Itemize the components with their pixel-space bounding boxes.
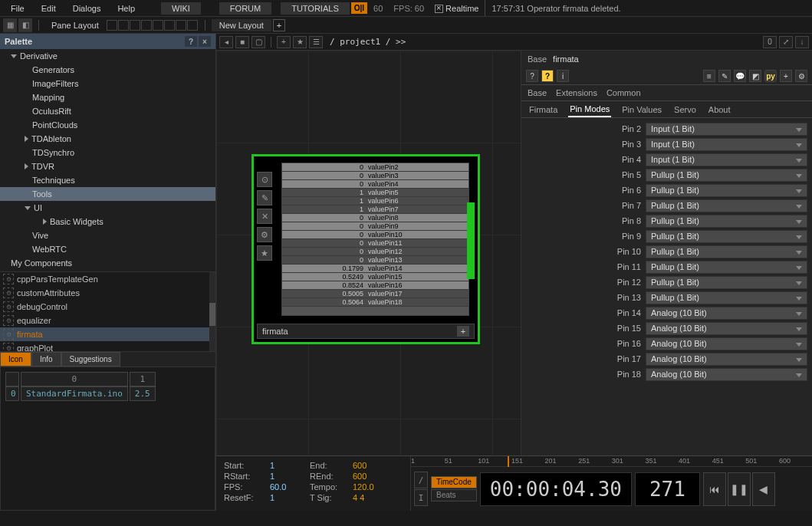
plus-icon[interactable]: + bbox=[780, 70, 792, 82]
forum-link[interactable]: FORUM bbox=[219, 2, 271, 15]
mode-timecode[interactable]: TimeCode bbox=[431, 476, 477, 488]
component-item[interactable]: ⚙cppParsTemplateGen bbox=[0, 272, 215, 286]
flag-independent[interactable]: I bbox=[414, 489, 428, 506]
node-tool-icon[interactable]: ✕ bbox=[257, 209, 272, 224]
tree-item[interactable]: TDVR bbox=[0, 159, 215, 173]
nav-back-button[interactable]: ◂ bbox=[219, 36, 233, 48]
op-name[interactable]: firmata bbox=[553, 54, 579, 64]
expand-icon[interactable]: ⤢ bbox=[779, 36, 793, 48]
timecode-display[interactable]: 00:00:04.30 bbox=[480, 472, 632, 506]
tree-item[interactable]: My Components bbox=[0, 256, 215, 270]
playhead-icon[interactable] bbox=[508, 456, 509, 467]
param-select[interactable]: Pullup (1 Bit) bbox=[646, 230, 807, 243]
param-select[interactable]: Pullup (1 Bit) bbox=[646, 169, 807, 182]
edit-icon[interactable]: ✎ bbox=[718, 70, 731, 82]
zero-button[interactable]: 0 bbox=[763, 36, 777, 48]
tab-servo[interactable]: Servo bbox=[672, 103, 698, 117]
tab-suggestions[interactable]: Suggestions bbox=[61, 352, 120, 367]
tab-info[interactable]: Info bbox=[31, 352, 61, 367]
menu-file[interactable]: File bbox=[3, 2, 32, 15]
tab-extensions[interactable]: Extensions bbox=[556, 85, 597, 100]
param-select[interactable]: Input (1 Bit) bbox=[646, 153, 807, 166]
menu-help[interactable]: Help bbox=[110, 2, 143, 15]
stop-button[interactable]: ■ bbox=[235, 36, 249, 48]
scrollbar[interactable] bbox=[209, 272, 215, 351]
tag-icon[interactable]: ◩ bbox=[749, 70, 761, 82]
timeline-ruler[interactable]: 151101151201251301351401451501600 bbox=[411, 456, 812, 467]
component-list[interactable]: ⚙cppParsTemplateGen⚙customAttributes⚙deb… bbox=[0, 271, 215, 351]
tree-item[interactable]: OculusRift bbox=[0, 104, 215, 118]
param-select[interactable]: Pullup (1 Bit) bbox=[646, 199, 807, 212]
param-select[interactable]: Pullup (1 Bit) bbox=[646, 261, 807, 274]
tree-item[interactable]: Generators bbox=[0, 63, 215, 77]
param-select[interactable]: Analog (10 Bit) bbox=[646, 368, 807, 381]
info-icon[interactable]: i bbox=[557, 70, 569, 82]
help-highlight-icon[interactable]: ? bbox=[541, 70, 554, 82]
tree-item[interactable]: Mapping bbox=[0, 90, 215, 104]
gear-icon[interactable]: ⚙ bbox=[795, 70, 807, 82]
tab-common[interactable]: Common bbox=[607, 85, 641, 100]
new-layout-button[interactable]: New Layout bbox=[212, 19, 271, 31]
tree-item[interactable]: Derivative bbox=[0, 49, 215, 63]
param-select[interactable]: Input (1 Bit) bbox=[646, 123, 807, 136]
wiki-link[interactable]: WIKI bbox=[161, 2, 201, 15]
menu-dialogs[interactable]: Dialogs bbox=[65, 2, 109, 15]
palette-close-button[interactable]: × bbox=[199, 36, 211, 47]
component-item[interactable]: ⚙graphPlot bbox=[0, 341, 215, 351]
prev-button[interactable]: ⏮ bbox=[703, 472, 726, 506]
tree-item[interactable]: UI bbox=[0, 201, 215, 215]
frame-display[interactable]: 271 bbox=[635, 472, 700, 506]
param-select[interactable]: Analog (10 Bit) bbox=[646, 353, 807, 366]
tree-item[interactable]: WebRTC bbox=[0, 242, 215, 256]
tl-val[interactable]: 1 bbox=[270, 461, 305, 472]
menu-edit[interactable]: Edit bbox=[34, 2, 64, 15]
component-item[interactable]: ⚙debugControl bbox=[0, 300, 215, 314]
palette-icon[interactable]: ◧ bbox=[18, 18, 32, 32]
add-layout-button[interactable]: + bbox=[273, 19, 285, 31]
tl-val[interactable]: 1 bbox=[270, 472, 305, 482]
star-button[interactable]: ★ bbox=[293, 36, 307, 48]
play-reverse-button[interactable]: ◀ bbox=[752, 472, 775, 506]
tab-firmata[interactable]: Firmata bbox=[528, 103, 559, 117]
tutorials-link[interactable]: TUTORIALS bbox=[281, 2, 350, 15]
tab-base[interactable]: Base bbox=[528, 85, 547, 100]
node-tool-icon[interactable]: ★ bbox=[257, 245, 272, 261]
node-tool-icon[interactable]: ⚙ bbox=[257, 227, 272, 242]
component-item[interactable]: ⚙customAttributes bbox=[0, 286, 215, 300]
component-item[interactable]: ⚙equalizer bbox=[0, 314, 215, 327]
tl-val[interactable]: 60.0 bbox=[270, 482, 305, 493]
tree-item[interactable]: TDSynchro bbox=[0, 146, 215, 159]
node-tool-icon[interactable]: ✎ bbox=[257, 190, 272, 205]
param-select[interactable]: Pullup (1 Bit) bbox=[646, 245, 807, 258]
db-icon[interactable]: ≡ bbox=[703, 70, 715, 82]
window-icon[interactable]: ▢ bbox=[251, 36, 265, 48]
tab-pin-modes[interactable]: Pin Modes bbox=[568, 102, 611, 117]
tool-icon-1[interactable]: ▦ bbox=[3, 18, 17, 32]
tree-item[interactable]: ImageFilters bbox=[0, 77, 215, 90]
tl-val[interactable]: 600 bbox=[353, 461, 380, 472]
param-select[interactable]: Pullup (1 Bit) bbox=[646, 291, 807, 304]
tab-icon[interactable]: Icon bbox=[0, 352, 31, 367]
tab-pin-values[interactable]: Pin Values bbox=[620, 103, 663, 117]
tree-item[interactable]: TDAbleton bbox=[0, 132, 215, 146]
param-select[interactable]: Pullup (1 Bit) bbox=[646, 276, 807, 289]
tree-item[interactable]: PointClouds bbox=[0, 118, 215, 132]
flag-loop[interactable]: / bbox=[414, 472, 428, 488]
tree-item[interactable]: Tools bbox=[0, 187, 215, 201]
mode-beats[interactable]: Beats bbox=[431, 489, 477, 501]
tl-val[interactable]: 600 bbox=[353, 472, 380, 482]
palette-tree[interactable]: DerivativeGeneratorsImageFiltersMappingO… bbox=[0, 49, 215, 271]
tl-val[interactable]: 120.0 bbox=[353, 482, 380, 493]
comment-icon[interactable]: 💬 bbox=[734, 70, 746, 82]
node-tool-icon[interactable]: ⊙ bbox=[257, 172, 272, 187]
realtime-toggle[interactable]: Realtime bbox=[430, 2, 483, 15]
component-item[interactable]: ⚙firmata bbox=[0, 327, 215, 341]
node-output-connector[interactable] bbox=[467, 202, 475, 279]
param-select[interactable]: Analog (10 Bit) bbox=[646, 307, 807, 320]
tree-item[interactable]: Basic Widgets bbox=[0, 215, 215, 228]
tl-val[interactable]: 4 4 bbox=[353, 493, 380, 504]
node-add-icon[interactable]: + bbox=[457, 326, 469, 337]
palette-help-button[interactable]: ? bbox=[185, 36, 197, 47]
tl-val[interactable]: 1 bbox=[270, 493, 305, 504]
tree-item[interactable]: Techniques bbox=[0, 173, 215, 187]
